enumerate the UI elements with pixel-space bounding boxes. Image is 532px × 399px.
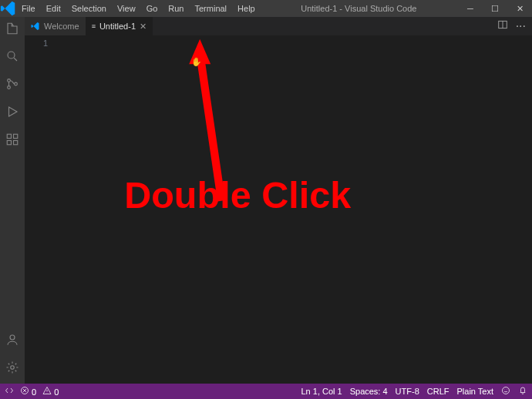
title-bar: File Edit Selection View Go Run Terminal… [0,0,532,17]
svg-point-9 [11,366,15,370]
line-number-gutter: 1 [25,35,56,384]
main-area: Welcome ≡ Untitled-1 ✕ ··· 1 Double [0,17,532,384]
menu-terminal[interactable]: Terminal [190,4,232,13]
tab-close-icon[interactable]: ✕ [140,22,146,32]
accounts-icon[interactable] [5,333,19,350]
vscode-logo-icon [0,0,17,17]
svg-point-3 [15,82,18,86]
menu-selection[interactable]: Selection [67,4,111,13]
status-warnings[interactable]: 0 [42,386,59,397]
svg-rect-5 [7,141,11,145]
window-maximize[interactable]: ☐ [483,4,507,14]
status-spaces[interactable]: Spaces: 4 [350,387,388,396]
more-actions-icon[interactable]: ··· [516,19,526,33]
explorer-icon[interactable] [5,22,19,39]
status-encoding[interactable]: UTF-8 [396,387,419,396]
window-minimize[interactable]: ─ [458,4,483,14]
line-number: 1 [25,39,48,48]
status-feedback-icon[interactable] [501,386,510,397]
window-title: Untitled-1 - Visual Studio Code [260,4,458,13]
window-controls: ─ ☐ ✕ [458,4,532,14]
svg-point-2 [8,86,11,89]
tab-modified-dot-icon: ≡ [92,22,96,30]
tab-bar[interactable]: Welcome ≡ Untitled-1 ✕ ··· [25,17,532,35]
status-line-col[interactable]: Ln 1, Col 1 [301,387,342,396]
extensions-icon[interactable] [5,132,19,149]
search-icon[interactable] [5,49,19,66]
menu-view[interactable]: View [113,4,140,13]
tab-untitled-1-label: Untitled-1 [99,22,136,31]
svg-point-0 [8,52,15,59]
tab-welcome-label: Welcome [44,22,79,31]
svg-point-1 [8,79,11,82]
status-remote-icon[interactable] [5,386,14,397]
status-bar: 0 0 Ln 1, Col 1 Spaces: 4 UTF-8 CRLF Pla… [0,384,532,399]
svg-rect-4 [7,134,11,138]
status-bell-icon[interactable] [518,386,527,397]
svg-rect-7 [14,134,18,138]
editor-content[interactable] [56,35,532,384]
menu-bar: File Edit Selection View Go Run Terminal… [17,4,260,13]
menu-run[interactable]: Run [163,4,188,13]
run-debug-icon[interactable] [5,105,19,122]
menu-file[interactable]: File [17,4,40,13]
svg-point-13 [503,387,510,394]
menu-go[interactable]: Go [142,4,163,13]
menu-help[interactable]: Help [233,4,260,13]
vscode-logo-icon [31,22,40,31]
text-editor[interactable]: 1 Double Click ✋ [25,35,532,384]
status-eol[interactable]: CRLF [427,387,450,396]
status-language[interactable]: Plain Text [457,387,494,396]
activity-bar [0,17,25,384]
svg-point-8 [10,335,15,340]
tab-untitled-1[interactable]: ≡ Untitled-1 ✕ [86,17,153,35]
window-close[interactable]: ✕ [507,4,532,14]
split-editor-icon[interactable] [497,19,508,33]
settings-gear-icon[interactable] [5,360,19,377]
status-errors[interactable]: 0 [20,386,36,397]
source-control-icon[interactable] [5,77,19,94]
menu-edit[interactable]: Edit [42,4,66,13]
tab-welcome[interactable]: Welcome [25,17,86,35]
svg-rect-6 [14,141,18,145]
editor-area: Welcome ≡ Untitled-1 ✕ ··· 1 Double [25,17,532,384]
